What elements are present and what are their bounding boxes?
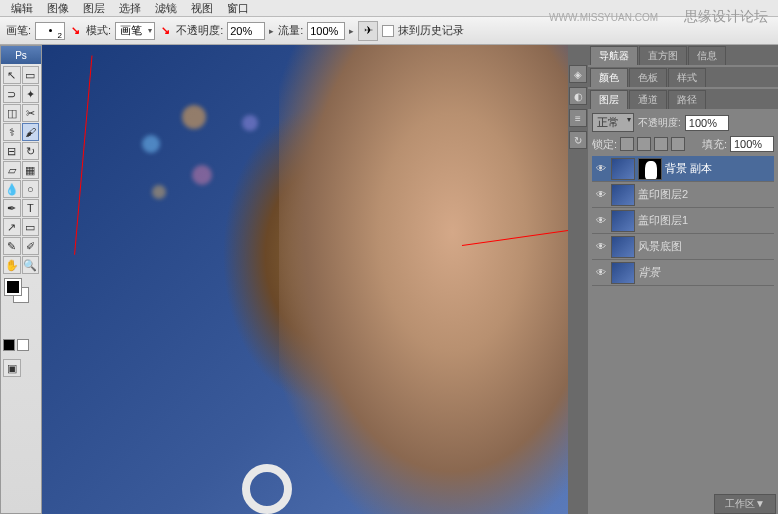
watermark: 思缘设计论坛 (684, 8, 768, 26)
layer-thumb[interactable] (611, 158, 635, 180)
tab-channels[interactable]: 通道 (629, 90, 667, 109)
wand-tool[interactable]: ✦ (22, 85, 40, 103)
eyedropper-tool[interactable]: ✐ (22, 237, 40, 255)
type-tool[interactable]: T (22, 199, 40, 217)
menu-image[interactable]: 图像 (47, 1, 69, 16)
layer-row[interactable]: 👁盖印图层2 (592, 182, 774, 208)
lock-paint-icon[interactable] (637, 137, 651, 151)
layer-name: 背景 副本 (665, 161, 712, 176)
menu-edit[interactable]: 编辑 (11, 1, 33, 16)
visibility-icon[interactable]: 👁 (594, 214, 608, 228)
tab-histogram[interactable]: 直方图 (639, 46, 687, 65)
crop-tool[interactable]: ◫ (3, 104, 21, 122)
opacity-label: 不透明度: (638, 116, 681, 130)
quickmask-off[interactable] (3, 339, 15, 351)
lock-label: 锁定: (592, 137, 617, 152)
nav-panel-tabs: 导航器 直方图 信息 (588, 45, 778, 65)
airbrush-button[interactable]: ✈ (358, 21, 378, 41)
layer-row[interactable]: 👁风景底图 (592, 234, 774, 260)
tab-info[interactable]: 信息 (688, 46, 726, 65)
tab-styles[interactable]: 样式 (668, 68, 706, 87)
blend-mode-dropdown[interactable]: 正常 (592, 113, 634, 132)
options-bar: 画笔: 2 ↘ 模式: 画笔 ↘ 不透明度: 20% ▸ 流量: 100% ▸ … (0, 17, 778, 45)
menu-filter[interactable]: 滤镜 (155, 1, 177, 16)
stamp-tool[interactable]: ⊟ (3, 142, 21, 160)
menu-select[interactable]: 选择 (119, 1, 141, 16)
layer-name: 盖印图层2 (638, 187, 688, 202)
hand-tool[interactable]: ✋ (3, 256, 21, 274)
chevron-right-icon[interactable]: ▸ (349, 26, 354, 36)
dock-nav-icon[interactable]: ◈ (569, 65, 587, 83)
screen-mode[interactable]: ▣ (3, 359, 21, 377)
annotation-arrow-icon: ↘ (161, 24, 170, 37)
mask-thumb[interactable] (638, 158, 662, 180)
opacity-label: 不透明度: (176, 23, 223, 38)
eraser-tool[interactable]: ▱ (3, 161, 21, 179)
quickmask-on[interactable] (17, 339, 29, 351)
lock-all-icon[interactable] (671, 137, 685, 151)
workspace-tab[interactable]: 工作区▼ (714, 494, 776, 514)
watermark-url: WWW.MISSYUAN.COM (549, 12, 658, 23)
visibility-icon[interactable]: 👁 (594, 266, 608, 280)
mode-label: 模式: (86, 23, 111, 38)
brush-preview[interactable]: 2 (35, 22, 65, 40)
layer-opacity-field[interactable]: 100% (685, 115, 729, 131)
tab-color[interactable]: 颜色 (590, 68, 628, 87)
layer-row[interactable]: 👁背景 副本 (592, 156, 774, 182)
flow-field[interactable]: 100% (307, 22, 345, 40)
dock-layers-icon[interactable]: ≡ (569, 109, 587, 127)
toolbox: Ps ↖▭ ⊃✦ ◫✂ ⚕🖌 ⊟↻ ▱▦ 💧○ ✒T ↗▭ ✎✐ ✋🔍 ▣ (0, 45, 42, 514)
layer-thumb[interactable] (611, 236, 635, 258)
layer-thumb[interactable] (611, 210, 635, 232)
lock-transparency-icon[interactable] (620, 137, 634, 151)
panels-area: ◈ ◐ ≡ ↻ 导航器 直方图 信息 颜色 色板 样式 图层 通道 路径 (568, 45, 778, 514)
tab-paths[interactable]: 路径 (668, 90, 706, 109)
gradient-tool[interactable]: ▦ (22, 161, 40, 179)
tab-layers[interactable]: 图层 (590, 90, 628, 109)
color-panel-tabs: 颜色 色板 样式 (588, 67, 778, 87)
path-tool[interactable]: ↗ (3, 218, 21, 236)
pen-tool[interactable]: ✒ (3, 199, 21, 217)
dock-history-icon[interactable]: ↻ (569, 131, 587, 149)
visibility-icon[interactable]: 👁 (594, 162, 608, 176)
layer-row[interactable]: 👁背景 (592, 260, 774, 286)
zoom-tool[interactable]: 🔍 (22, 256, 40, 274)
flow-label: 流量: (278, 23, 303, 38)
layer-row[interactable]: 👁盖印图层1 (592, 208, 774, 234)
notes-tool[interactable]: ✎ (3, 237, 21, 255)
opacity-field[interactable]: 20% (227, 22, 265, 40)
brush-tool[interactable]: 🖌 (22, 123, 40, 141)
fg-color[interactable] (5, 279, 21, 295)
fill-field[interactable]: 100% (730, 136, 774, 152)
layer-name: 风景底图 (638, 239, 682, 254)
tab-swatches[interactable]: 色板 (629, 68, 667, 87)
visibility-icon[interactable]: 👁 (594, 188, 608, 202)
visibility-icon[interactable]: 👁 (594, 240, 608, 254)
lasso-tool[interactable]: ⊃ (3, 85, 21, 103)
dock: ◈ ◐ ≡ ↻ (568, 45, 588, 514)
history-brush-tool[interactable]: ↻ (22, 142, 40, 160)
toolbox-header[interactable]: Ps (1, 46, 41, 64)
history-checkbox[interactable] (382, 25, 394, 37)
menu-window[interactable]: 窗口 (227, 1, 249, 16)
tab-navigator[interactable]: 导航器 (590, 46, 638, 65)
slice-tool[interactable]: ✂ (22, 104, 40, 122)
canvas[interactable] (42, 45, 568, 514)
dock-color-icon[interactable]: ◐ (569, 87, 587, 105)
layer-thumb[interactable] (611, 184, 635, 206)
shape-tool[interactable]: ▭ (22, 218, 40, 236)
layer-thumb[interactable] (611, 262, 635, 284)
mode-dropdown[interactable]: 画笔 (115, 22, 155, 40)
lock-position-icon[interactable] (654, 137, 668, 151)
menu-layer[interactable]: 图层 (83, 1, 105, 16)
heal-tool[interactable]: ⚕ (3, 123, 21, 141)
color-swatches[interactable] (3, 279, 39, 309)
dodge-tool[interactable]: ○ (22, 180, 40, 198)
move-tool[interactable]: ↖ (3, 66, 21, 84)
ring-accessory (242, 464, 292, 514)
chevron-right-icon[interactable]: ▸ (269, 26, 274, 36)
menu-view[interactable]: 视图 (191, 1, 213, 16)
marquee-tool[interactable]: ▭ (22, 66, 40, 84)
subject (279, 45, 568, 514)
blur-tool[interactable]: 💧 (3, 180, 21, 198)
